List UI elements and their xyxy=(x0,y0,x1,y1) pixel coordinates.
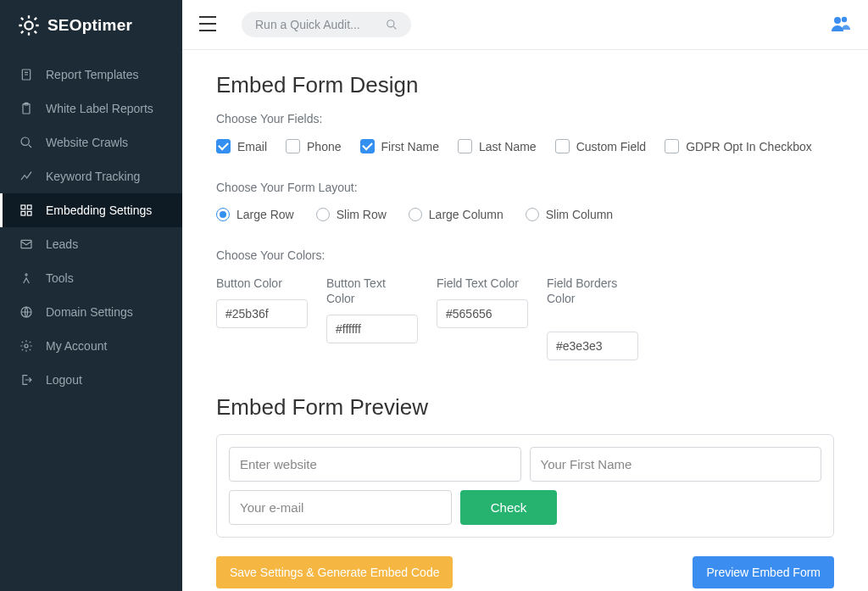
color-field-3: Field Borders Color xyxy=(547,276,638,360)
svg-rect-7 xyxy=(21,211,25,215)
search-input[interactable]: Run a Quick Audit... xyxy=(242,12,411,37)
tools-icon xyxy=(19,271,34,285)
brand-name: SEOptimer xyxy=(47,16,132,35)
field-checkbox-first-name[interactable]: First Name xyxy=(360,139,439,153)
mail-icon xyxy=(19,237,34,251)
sidebar-item-white-label-reports[interactable]: White Label Reports xyxy=(0,92,182,125)
radio-label: Slim Row xyxy=(337,208,387,221)
color-field-1: Button Text Color xyxy=(326,276,418,360)
website-input[interactable]: Enter website xyxy=(229,447,521,482)
checkbox-label: Email xyxy=(237,140,267,153)
design-title: Embed Form Design xyxy=(216,72,834,98)
logo: SEOptimer xyxy=(0,0,182,58)
checkbox-label: First Name xyxy=(381,140,439,153)
svg-rect-6 xyxy=(27,205,31,209)
globe-icon xyxy=(19,305,34,319)
sidebar-item-label: White Label Reports xyxy=(46,102,153,115)
sidebar-item-embedding-settings[interactable]: Embedding Settings xyxy=(0,193,182,227)
search-icon xyxy=(19,136,34,149)
actions-row: Save Settings & Generate Embed Code Prev… xyxy=(216,556,834,588)
preview-button[interactable]: Preview Embed Form xyxy=(693,556,834,588)
sidebar-item-domain-settings[interactable]: Domain Settings xyxy=(0,295,182,329)
users-icon[interactable] xyxy=(831,15,851,35)
checkbox-icon xyxy=(216,139,231,153)
layout-radio-slim-column[interactable]: Slim Column xyxy=(526,208,613,221)
sidebar-item-label: Website Crawls xyxy=(46,136,128,149)
svg-point-12 xyxy=(387,20,394,27)
color-label: Field Borders Color xyxy=(547,276,632,306)
sidebar-item-label: Report Templates xyxy=(46,68,138,81)
layout-label: Choose Your Form Layout: xyxy=(216,181,834,194)
checkbox-icon xyxy=(555,139,570,153)
color-field-2: Field Text Color xyxy=(437,276,528,360)
sidebar-item-label: Logout xyxy=(46,373,82,387)
sidebar-item-label: Keyword Tracking xyxy=(46,170,140,183)
sidebar-item-keyword-tracking[interactable]: Keyword Tracking xyxy=(0,159,182,193)
radio-label: Slim Column xyxy=(546,208,613,221)
svg-point-11 xyxy=(25,344,28,348)
fields-label: Choose Your Fields: xyxy=(216,112,834,125)
layouts-row: Large RowSlim RowLarge ColumnSlim Column xyxy=(216,208,834,221)
color-input[interactable] xyxy=(547,332,638,360)
sidebar-item-report-templates[interactable]: Report Templates xyxy=(0,58,182,92)
gear-icon xyxy=(19,339,34,353)
radio-icon xyxy=(409,208,422,221)
save-button[interactable]: Save Settings & Generate Embed Code xyxy=(216,556,453,588)
sidebar-item-leads[interactable]: Leads xyxy=(0,227,182,261)
svg-rect-8 xyxy=(27,211,31,215)
color-input[interactable] xyxy=(326,315,418,343)
graph-icon xyxy=(19,170,34,183)
sidebar-item-my-account[interactable]: My Account xyxy=(0,329,182,363)
checkbox-label: Phone xyxy=(307,140,341,153)
field-checkbox-custom-field[interactable]: Custom Field xyxy=(555,139,646,153)
checkbox-icon xyxy=(360,139,375,153)
field-checkbox-gdpr-opt-in-checkbox[interactable]: GDPR Opt In Checkbox xyxy=(665,139,812,153)
logout-icon xyxy=(19,373,34,387)
checkbox-icon xyxy=(286,139,300,153)
sidebar-item-tools[interactable]: Tools xyxy=(0,261,182,295)
hamburger-icon[interactable] xyxy=(199,16,216,34)
color-input[interactable] xyxy=(216,299,308,328)
email-input[interactable]: Your e-mail xyxy=(229,490,452,525)
preview-box: Enter website Your First Name Your e-mai… xyxy=(216,434,834,538)
layout-radio-slim-row[interactable]: Slim Row xyxy=(316,208,387,221)
fields-row: EmailPhoneFirst NameLast NameCustom Fiel… xyxy=(216,139,834,153)
radio-icon xyxy=(216,208,230,221)
radio-label: Large Column xyxy=(429,208,504,221)
sidebar-item-website-crawls[interactable]: Website Crawls xyxy=(0,125,182,159)
field-checkbox-email[interactable]: Email xyxy=(216,139,267,153)
radio-icon xyxy=(316,208,330,221)
field-checkbox-last-name[interactable]: Last Name xyxy=(458,139,537,153)
sidebar-item-logout[interactable]: Logout xyxy=(0,363,182,397)
checkbox-icon xyxy=(458,139,472,153)
sidebar: SEOptimer Report TemplatesWhite Label Re… xyxy=(0,0,182,591)
firstname-input[interactable]: Your First Name xyxy=(530,447,822,482)
checkbox-label: Custom Field xyxy=(576,140,646,153)
content: Embed Form Design Choose Your Fields: Em… xyxy=(182,50,868,591)
search-placeholder: Run a Quick Audit... xyxy=(255,18,386,31)
colors-row: Button ColorButton Text ColorField Text … xyxy=(216,276,834,360)
svg-point-14 xyxy=(842,16,847,21)
sidebar-item-label: Leads xyxy=(46,237,78,251)
checkbox-label: Last Name xyxy=(479,140,537,153)
logo-icon xyxy=(17,14,41,37)
sidebar-item-label: My Account xyxy=(46,339,107,353)
grid-icon xyxy=(19,204,34,217)
topbar: Run a Quick Audit... xyxy=(182,0,868,50)
preview-title: Embed Form Preview xyxy=(216,394,834,421)
sidebar-item-label: Tools xyxy=(46,271,74,285)
field-checkbox-phone[interactable]: Phone xyxy=(286,139,341,153)
svg-point-4 xyxy=(21,137,29,145)
color-input[interactable] xyxy=(437,299,528,328)
svg-point-13 xyxy=(834,17,841,24)
radio-label: Large Row xyxy=(236,208,294,221)
svg-rect-5 xyxy=(21,205,25,209)
checkbox-icon xyxy=(665,139,679,153)
svg-point-0 xyxy=(25,21,32,29)
check-button[interactable]: Check xyxy=(460,490,557,525)
color-label: Button Text Color xyxy=(326,276,411,306)
layout-radio-large-column[interactable]: Large Column xyxy=(409,208,504,221)
layout-radio-large-row[interactable]: Large Row xyxy=(216,208,294,221)
main: Run a Quick Audit... Embed Form Design C… xyxy=(182,0,868,591)
colors-label: Choose Your Colors: xyxy=(216,248,834,262)
